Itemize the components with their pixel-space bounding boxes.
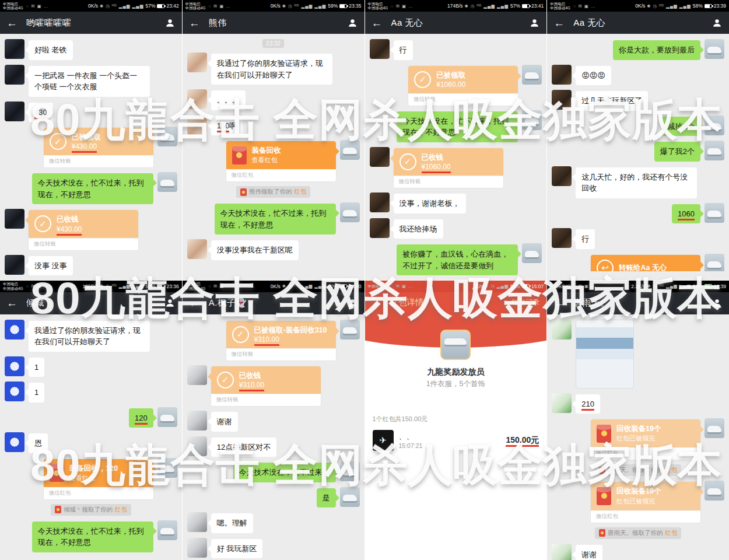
contact-avatar[interactable] bbox=[187, 52, 207, 72]
message-bubble: 过几天来玩新区了 bbox=[576, 91, 648, 111]
contact-avatar[interactable] bbox=[370, 147, 390, 167]
my-avatar[interactable] bbox=[157, 458, 177, 478]
my-avatar[interactable] bbox=[705, 203, 724, 223]
contact-avatar[interactable] bbox=[5, 65, 24, 85]
transfer-card[interactable]: ✓已被领取¥1060.00微信转账 bbox=[408, 66, 518, 106]
contact-avatar[interactable] bbox=[552, 228, 572, 248]
transfer-card[interactable]: ↩转账给Aa 无心微信转账 bbox=[591, 255, 700, 271]
contact-avatar[interactable] bbox=[187, 365, 207, 385]
transfer-card[interactable]: ✓已被领取-装备回收310¥310.00微信转账 bbox=[226, 321, 336, 360]
my-avatar[interactable] bbox=[522, 65, 542, 85]
contact-icon[interactable] bbox=[347, 18, 358, 29]
message-row: 好 我玩新区 bbox=[187, 538, 360, 559]
redpacket-card[interactable]: 回收装备19个红包已被领完微信红包 bbox=[591, 482, 700, 522]
message-row: 谢谢 bbox=[187, 411, 360, 432]
redpacket-card-texts: 装备回收查看红包 bbox=[252, 146, 281, 164]
contact-avatar[interactable] bbox=[552, 320, 572, 340]
my-avatar[interactable] bbox=[157, 520, 177, 540]
my-avatar[interactable] bbox=[157, 127, 177, 146]
contact-avatar[interactable] bbox=[370, 192, 390, 212]
contact-avatar[interactable] bbox=[5, 255, 24, 275]
status-bar: 中国电信中国移动4G◌ ✉ ▣ …174B/s✱ ◷ ᴴᴰ ▂▄▆ ▂▄▆57%… bbox=[365, 0, 547, 12]
status-icons-right: ✱ ◷ ᴴᴰ ▂▄▆ ▂▄▆ bbox=[282, 284, 326, 289]
redpacket-card[interactable]: 装备回收查看红包微信红包 bbox=[226, 141, 336, 181]
message-bubble: 好啦 老铁 bbox=[29, 40, 73, 60]
back-icon[interactable]: ← bbox=[189, 18, 200, 29]
message-bubble: 被你赚了，血汉钱，心在滴血，不过开了，诚信还是要做到 bbox=[397, 244, 518, 275]
my-avatar[interactable] bbox=[340, 487, 360, 507]
my-avatar[interactable] bbox=[340, 461, 360, 481]
back-icon[interactable]: ← bbox=[189, 298, 200, 309]
recipient-avatar[interactable]: ✈ bbox=[373, 430, 394, 451]
contact-avatar[interactable] bbox=[552, 393, 572, 413]
redpacket-records-link[interactable]: 红包记录 bbox=[511, 298, 539, 307]
contact-avatar[interactable] bbox=[552, 90, 572, 110]
chat-panel-3: 中国电信中国移动4G◌ ✉ ▣ …174B/s✱ ◷ ᴴᴰ ▂▄▆ ▂▄▆57%… bbox=[365, 0, 547, 280]
my-avatar[interactable] bbox=[705, 481, 724, 501]
contact-icon[interactable] bbox=[164, 18, 176, 29]
message-bubble: 今天技术没在，忙不过来，托到现在，不好意思 bbox=[397, 111, 518, 142]
contact-avatar[interactable] bbox=[5, 356, 24, 376]
back-icon[interactable]: ← bbox=[553, 298, 565, 309]
my-avatar[interactable] bbox=[522, 110, 542, 130]
back-icon[interactable]: ← bbox=[553, 18, 565, 29]
transfer-card[interactable]: ✓已收钱¥310.00微信转账 bbox=[211, 366, 321, 406]
message-row: ↩转账给Aa 无心微信转账 bbox=[552, 254, 724, 271]
message-row: 好啦 老铁 bbox=[5, 39, 177, 60]
my-avatar[interactable] bbox=[340, 320, 360, 340]
contact-avatar[interactable] bbox=[552, 65, 572, 85]
my-avatar[interactable] bbox=[157, 172, 177, 192]
message-bubble: 1060 bbox=[672, 204, 700, 224]
photo-message[interactable] bbox=[576, 320, 634, 388]
contact-avatar[interactable] bbox=[370, 218, 390, 238]
contact-icon[interactable] bbox=[712, 298, 723, 309]
contact-avatar[interactable] bbox=[187, 89, 207, 109]
back-icon[interactable]: ← bbox=[6, 18, 17, 29]
red-underline-annotation: 150 bbox=[217, 121, 230, 132]
claim-time: 15:07:21 bbox=[399, 442, 423, 449]
my-avatar[interactable] bbox=[705, 254, 724, 271]
transfer-card[interactable]: ✓已被领取¥430.00微信转账 bbox=[44, 128, 153, 167]
message-bubble: 一把武器 一件衣服 一个头盔一个项链 一个次衣服 bbox=[29, 66, 150, 97]
contact-avatar[interactable] bbox=[5, 102, 24, 121]
contact-icon[interactable] bbox=[712, 18, 723, 29]
status-time: 23:42 bbox=[166, 3, 178, 9]
battery-icon bbox=[157, 4, 164, 8]
contact-icon[interactable] bbox=[529, 18, 540, 29]
redpacket-card[interactable]: 回收装备19个红包已被领完微信红包 bbox=[591, 419, 700, 460]
message-bubble: 你是大款，要放到最后 bbox=[613, 40, 700, 60]
my-avatar[interactable] bbox=[522, 243, 542, 263]
contact-icon[interactable] bbox=[347, 298, 358, 309]
contact-avatar[interactable] bbox=[187, 115, 207, 135]
transfer-card[interactable]: ✓已收钱¥430.00微信转账 bbox=[29, 210, 138, 250]
my-avatar[interactable] bbox=[705, 116, 724, 135]
contact-avatar[interactable] bbox=[5, 209, 24, 229]
sender-avatar[interactable] bbox=[440, 330, 471, 360]
status-icons-left: ◌ ✉ ▣ … bbox=[573, 4, 596, 9]
contact-avatar[interactable] bbox=[552, 544, 572, 560]
contact-avatar[interactable] bbox=[5, 382, 24, 401]
contact-avatar[interactable] bbox=[5, 39, 24, 59]
contact-avatar[interactable] bbox=[187, 239, 207, 259]
contact-avatar[interactable] bbox=[5, 432, 24, 452]
transfer-card[interactable]: ✓已收钱¥1060.00微信转账 bbox=[394, 148, 503, 188]
my-avatar[interactable] bbox=[705, 39, 724, 59]
contact-avatar[interactable] bbox=[552, 166, 572, 186]
back-icon[interactable]: ← bbox=[372, 298, 383, 308]
contact-avatar[interactable] bbox=[187, 411, 207, 430]
contact-avatar[interactable] bbox=[370, 39, 390, 59]
contact-icon[interactable] bbox=[164, 298, 176, 309]
my-avatar[interactable] bbox=[157, 407, 177, 427]
my-avatar[interactable] bbox=[340, 140, 360, 160]
my-avatar[interactable] bbox=[340, 202, 360, 222]
my-avatar[interactable] bbox=[705, 418, 724, 438]
my-avatar[interactable] bbox=[705, 141, 724, 160]
status-icons-right: ✱ ◷ ᴴᴰ ▂▄▆ ▂▄▆ bbox=[465, 4, 509, 9]
contact-avatar[interactable] bbox=[5, 320, 24, 340]
contact-avatar[interactable] bbox=[187, 538, 207, 558]
contact-avatar[interactable] bbox=[187, 512, 207, 532]
back-icon[interactable]: ← bbox=[371, 18, 383, 29]
back-icon[interactable]: ← bbox=[6, 298, 17, 309]
contact-avatar[interactable] bbox=[187, 436, 207, 456]
redpacket-card[interactable]: 装备回收，120查看红包微信红包 bbox=[44, 459, 153, 499]
